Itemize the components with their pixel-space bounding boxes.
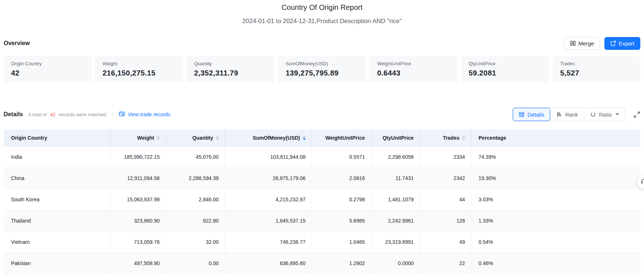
column-header-percentage: Percentage [471,129,640,146]
cell-qty-unit-price: 23,319.8991 [371,231,420,253]
chevron-down-icon [615,113,619,115]
cell-quantity: 45,076.00 [166,146,225,168]
column-header-weight-unit-price: WeightUnitPrice [312,129,371,146]
cell-origin-country: South Korea [4,189,110,210]
table-header-row: Origin CountryWeightQuantitySumOfMoney(U… [4,129,640,146]
cell-weight-unit-price: 5.6985 [312,210,371,231]
fullscreen-icon[interactable] [633,111,640,118]
column-label: Percentage [479,135,506,141]
cell-percentage: 3.03% [471,189,640,210]
cell-weight: 12,911,094.58 [110,168,166,189]
stat-card: QtyUnitPrice 59.2081 [461,56,549,82]
column-label: Quantity [192,135,213,141]
stat-card-label: SumOfMoney(USD) [286,61,358,66]
details-heading: Details [4,111,23,118]
cell-sum-of-money-usd: 4,215,232.97 [225,189,312,210]
overview-bar: Overview Merge Export [4,37,640,50]
cell-origin-country: India [4,146,110,168]
cell-qty-unit-price: 2,298.6056 [371,146,420,168]
stat-card: SumOfMoney(USD) 139,275,795.89 [278,56,366,82]
column-header-trades[interactable]: Trades [420,129,471,146]
tab-ratio[interactable]: Ratio [584,108,625,121]
cell-quantity: 32.00 [166,231,225,253]
match-summary-prefix: A total of [28,112,47,117]
column-label: Origin Country [11,135,47,141]
column-label: Weight [137,135,154,141]
details-bar-right: Details Rank Ratio [512,107,640,121]
cell-trades: 2334 [420,146,471,168]
column-label: QtyUnitPrice [383,135,414,141]
sort-carets-icon [157,136,160,140]
column-header-qty-unit-price: QtyUnitPrice [371,129,420,146]
sort-carets-icon [216,136,219,140]
table-row: Pakistan497,508.900.00636,895.601.28020.… [4,253,640,274]
cell-origin-country: Thailand [4,210,110,231]
cell-qty-unit-price: 1,481.1079 [371,189,420,210]
cell-quantity: 0.00 [166,253,225,274]
cell-sum-of-money-usd: 746,236.77 [225,231,312,253]
stat-card-label: QtyUnitPrice [469,61,542,66]
cell-qty-unit-price: 11.7431 [371,168,420,189]
overview-actions: Merge Export [564,37,640,50]
view-trade-records-link[interactable]: View trade records [119,111,170,118]
tab-details[interactable]: Details [513,108,550,121]
cell-sum-of-money-usd: 1,845,537.15 [225,210,312,231]
stat-card-label: Trades [560,61,633,66]
cell-weight-unit-price: 0.2798 [312,189,371,210]
column-label: Trades [443,135,459,141]
cell-weight-unit-price: 0.5571 [312,146,371,168]
table-row: Vietnam713,059.7632.00746,236.771.046523… [4,231,640,253]
export-button[interactable]: Export [604,37,640,50]
cell-sum-of-money-usd: 103,611,944.08 [225,146,312,168]
merge-icon [570,40,576,46]
details-table-wrap: Origin CountryWeightQuantitySumOfMoney(U… [4,129,640,274]
vertical-divider [112,112,113,117]
cell-weight: 497,508.90 [110,253,166,274]
cell-weight-unit-price: 1.2802 [312,253,371,274]
trade-records-window-icon [119,111,125,118]
cell-trades: 22 [420,253,471,274]
column-header-sum-of-money-usd[interactable]: SumOfMoney(USD) [225,129,312,146]
cell-trades: 44 [420,189,471,210]
stat-card-label: Origin Country [11,61,84,66]
column-header-weight[interactable]: Weight [110,129,166,146]
tab-ratio-label: Ratio [599,111,612,118]
cell-sum-of-money-usd: 636,895.60 [225,253,312,274]
cell-trades: 49 [420,231,471,253]
stat-card-value: 216,150,275.15 [103,69,176,77]
cell-quantity: 2,288,594.39 [166,168,225,189]
view-switcher: Details Rank Ratio [512,107,625,121]
export-button-label: Export [619,40,634,47]
details-bar-left: Details A total of 42 records were match… [4,111,170,118]
match-summary-suffix: records were matched [59,112,106,117]
cell-percentage: 0.46% [471,253,640,274]
cell-origin-country: Vietnam [4,231,110,253]
overview-cards: Origin Country 42 Weight 216,150,275.15 … [4,56,640,82]
stat-card-value: 2,352,311.79 [194,69,267,77]
cell-qty-unit-price: 2,242.9961 [371,210,420,231]
rank-bars-icon [556,111,562,117]
stat-card: Quantity 2,352,311.79 [187,56,274,82]
page-title: Country Of Origin Report [0,0,644,12]
merge-button[interactable]: Merge [564,37,600,50]
cell-trades: 2342 [420,168,471,189]
match-summary: A total of 42 records were matched [28,112,106,117]
stat-card-value: 139,275,795.89 [286,69,358,77]
details-bar: Details A total of 42 records were match… [4,107,640,122]
cell-qty-unit-price: 0.0000 [371,253,420,274]
tab-rank[interactable]: Rank [550,108,584,121]
cell-trades: 128 [420,210,471,231]
cell-weight: 185,990,722.15 [110,146,166,168]
table-row: China12,911,094.582,288,594.3926,875,179… [4,168,640,189]
stat-card-value: 5,527 [560,69,633,77]
column-header-quantity[interactable]: Quantity [166,129,225,146]
report-subtitle: 2024-01-01 to 2024-12-31,Product Descrip… [0,18,644,25]
cell-percentage: 74.39% [471,146,640,168]
sort-carets-icon [303,136,306,140]
stat-card: Origin Country 42 [4,56,91,82]
ratio-donut-icon [590,111,596,117]
matched-count: 42 [50,112,55,117]
export-icon [610,40,616,46]
cell-percentage: 0.54% [471,231,640,253]
column-label: SumOfMoney(USD) [253,135,300,141]
